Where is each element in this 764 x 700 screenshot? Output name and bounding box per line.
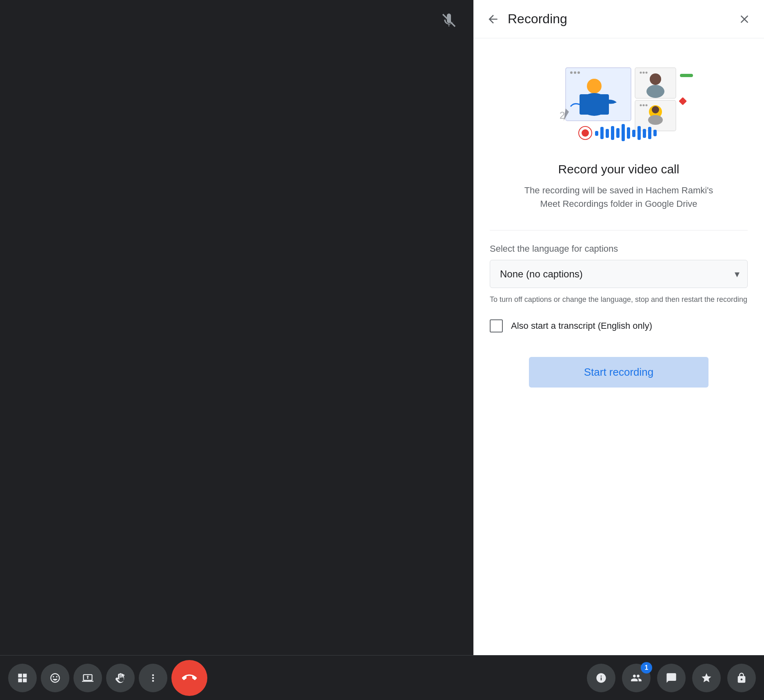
- svg-rect-29: [616, 128, 620, 138]
- svg-rect-28: [611, 126, 614, 140]
- panel-header: Recording: [473, 0, 764, 38]
- svg-point-5: [587, 79, 602, 93]
- start-recording-button[interactable]: Start recording: [529, 357, 708, 388]
- svg-point-19: [652, 106, 659, 113]
- svg-rect-34: [643, 129, 646, 138]
- chat-button[interactable]: [657, 664, 686, 692]
- svg-rect-33: [637, 126, 641, 140]
- close-button[interactable]: [738, 13, 751, 26]
- svg-point-4: [577, 71, 580, 74]
- svg-text:2: 2: [560, 110, 565, 121]
- raise-hand-button[interactable]: [106, 664, 135, 692]
- svg-rect-7: [580, 94, 609, 115]
- transcript-checkbox[interactable]: [490, 319, 503, 332]
- activities-button[interactable]: [692, 664, 721, 692]
- panel-content: 2 Record your video call The recording w…: [473, 38, 764, 655]
- svg-rect-25: [595, 131, 598, 136]
- svg-rect-36: [653, 130, 657, 136]
- svg-rect-22: [679, 97, 687, 105]
- mute-icon: [441, 12, 457, 32]
- panel-header-left: Recording: [486, 11, 567, 27]
- record-title: Record your video call: [558, 162, 680, 176]
- caption-label: Select the language for captions: [490, 244, 618, 254]
- svg-point-10: [643, 72, 645, 74]
- svg-point-11: [646, 72, 648, 74]
- svg-point-12: [650, 73, 661, 85]
- svg-rect-31: [627, 127, 630, 139]
- recording-panel: Recording: [473, 0, 764, 655]
- caption-hint: To turn off captions or change the langu…: [490, 295, 747, 305]
- svg-rect-32: [632, 130, 635, 137]
- toolbar-right: 1: [587, 664, 756, 692]
- people-button[interactable]: 1: [622, 664, 651, 692]
- svg-point-20: [648, 115, 663, 125]
- svg-point-2: [570, 71, 573, 74]
- panel-title: Recording: [508, 11, 567, 27]
- recording-illustration: 2: [541, 51, 696, 149]
- svg-point-13: [646, 85, 664, 98]
- layout-button[interactable]: [8, 664, 37, 692]
- svg-point-17: [646, 104, 648, 106]
- video-area: [0, 0, 473, 700]
- svg-rect-35: [648, 127, 651, 139]
- svg-rect-21: [680, 74, 693, 77]
- back-button[interactable]: [486, 13, 500, 26]
- toolbar-left: [8, 660, 207, 696]
- svg-rect-26: [600, 127, 604, 139]
- svg-point-24: [582, 129, 589, 137]
- svg-rect-30: [622, 124, 625, 141]
- present-button[interactable]: [73, 664, 102, 692]
- svg-point-16: [643, 104, 645, 106]
- safety-button[interactable]: [727, 664, 756, 692]
- caption-language-select[interactable]: None (no captions) English French Spanis…: [490, 260, 748, 288]
- caption-select-wrapper: None (no captions) English French Spanis…: [490, 260, 748, 288]
- more-options-button[interactable]: [139, 664, 167, 692]
- svg-point-3: [574, 71, 576, 74]
- info-button[interactable]: [587, 664, 615, 692]
- end-call-button[interactable]: [171, 660, 207, 696]
- transcript-label: Also start a transcript (English only): [511, 321, 652, 331]
- svg-rect-27: [606, 129, 609, 138]
- record-description: The recording will be saved in Hachem Ra…: [517, 184, 721, 210]
- svg-point-9: [640, 72, 642, 74]
- emoji-reaction-button[interactable]: [41, 664, 69, 692]
- people-badge: 1: [641, 662, 652, 673]
- bottom-toolbar: 1: [0, 655, 764, 700]
- section-divider: [490, 230, 748, 230]
- transcript-row: Also start a transcript (English only): [490, 319, 652, 332]
- svg-point-15: [640, 104, 642, 106]
